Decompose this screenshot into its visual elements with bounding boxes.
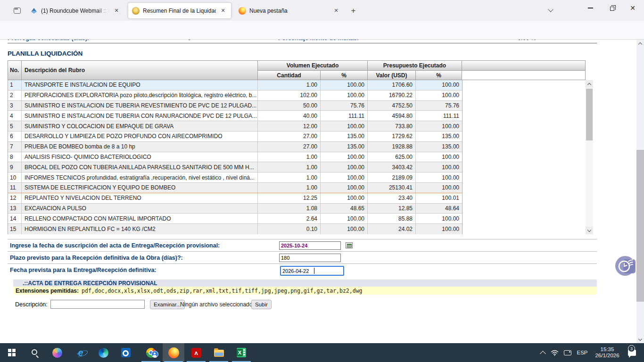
no-file-selected-text: Ningún archivo seleccionado. <box>180 301 254 308</box>
tab-resumen-liquidacion[interactable]: Resumen Final de la Liquidación ✕ <box>128 3 231 18</box>
window-restore-button[interactable] <box>602 0 622 16</box>
cell-pct-presupuesto: 75.76 <box>416 101 462 111</box>
calendar-icon[interactable] <box>346 242 353 248</box>
tray-clock[interactable]: 15:35 26/1/2026 <box>592 343 622 362</box>
acta-section-header: .::ACTA DE ENTREGA RECEPCIÓN PROVISIONAL <box>13 280 597 287</box>
cell-descripcion: RELLENO COMPACTADO CON MATERIAL IMPORTAD… <box>22 214 258 223</box>
taskbar-internet-explorer-button[interactable]: e <box>70 343 91 362</box>
cell-pct-presupuesto: 100.00 <box>416 152 462 162</box>
taskbar-outlook-button[interactable] <box>115 343 137 362</box>
cell-no: 3 <box>8 101 22 111</box>
page-scroll-up-icon[interactable] <box>636 40 644 47</box>
fecha-prevista-input[interactable] <box>280 266 344 276</box>
extensions-permitted-bar: Extensiones pemitidas: pdf,doc,docx,xls,… <box>13 287 597 295</box>
table-scrollbar-thumb[interactable] <box>586 89 593 140</box>
winged-clock-icon <box>615 256 635 276</box>
tab-close-icon[interactable]: ✕ <box>332 7 340 15</box>
cell-descripcion: PERFORACIONES EXPLORATORIA pozo piloto,d… <box>22 90 258 100</box>
excel-icon <box>237 348 246 357</box>
plazo-input[interactable] <box>279 254 341 262</box>
cell-pct-volumen: 100.00 <box>321 183 368 193</box>
cell-pct-volumen: 100.00 <box>321 162 368 172</box>
taskbar-file-explorer-button[interactable] <box>208 343 230 362</box>
firefox-icon <box>239 7 246 15</box>
table-row: 10 INFORMES TECNICOS profundidad, estrat… <box>8 173 462 183</box>
cell-pct-presupuesto: 135.00 <box>416 142 462 152</box>
cell-pct-presupuesto: 100.00 <box>416 90 462 100</box>
cast-monitor-icon <box>564 350 571 355</box>
page-scrollbar[interactable] <box>636 40 644 343</box>
table-scroll-down-icon[interactable] <box>586 227 593 234</box>
cell-valor-usd: 23.40 <box>368 193 416 203</box>
screen: (1) Roundcube Webmail :: Entra ✕ Resumen… <box>0 0 644 362</box>
window-minimize-button[interactable] <box>580 0 601 16</box>
cell-no: 7 <box>8 142 22 152</box>
copilot-icon <box>52 348 62 358</box>
tab-nueva-pestana[interactable]: Nueva pestaña ✕ <box>235 3 344 18</box>
descripcion-input[interactable] <box>50 300 145 309</box>
taskbar-copilot-button[interactable] <box>46 343 68 362</box>
tray-language-indicator[interactable]: ESP <box>574 343 590 362</box>
cell-no: 6 <box>8 132 22 141</box>
firefox-icon <box>168 347 179 358</box>
table-row: 7 PRUEBA DE BOMBEO bomba de 8 a 10 hp 27… <box>8 142 462 152</box>
file-explorer-icon <box>214 350 224 357</box>
cell-cantidad: 27.00 <box>258 142 321 152</box>
cell-descripcion: HORMIGON EN REPLANTILLO FC = 140 KG /CM2 <box>22 224 258 234</box>
taskbar-excel-button[interactable] <box>231 343 252 362</box>
cell-pct-presupuesto: 100.00 <box>416 214 462 223</box>
taskbar-chrome-button[interactable] <box>140 343 162 362</box>
table-row: 1 TRANSPORTE E INSTALACION DE EQUIPO 1.0… <box>8 80 462 90</box>
tab-roundcube[interactable]: (1) Roundcube Webmail :: Entra ✕ <box>26 3 124 18</box>
cell-cantidad: 27.00 <box>258 132 321 141</box>
floating-clock-widget[interactable] <box>615 256 635 276</box>
tray-notifications[interactable]: 3 <box>623 343 640 362</box>
tab-strip: (1) Roundcube Webmail :: Entra ✕ Resumen… <box>0 0 644 21</box>
taskbar-search-button[interactable] <box>23 343 44 362</box>
firefox-view-icon[interactable] <box>12 6 22 15</box>
cell-valor-usd: 625.00 <box>368 152 416 162</box>
window-close-button[interactable]: ✕ <box>622 0 643 16</box>
outlook-icon <box>121 348 131 357</box>
taskbar-firefox-button[interactable] <box>163 343 184 362</box>
cell-pct-volumen: 100.00 <box>321 80 368 90</box>
cell-no: 13 <box>8 204 22 214</box>
search-icon <box>32 349 37 355</box>
cell-pct-volumen: 111.11 <box>321 111 368 121</box>
table-row: 2 PERFORACIONES EXPLORATORIA pozo piloto… <box>8 90 462 101</box>
start-button[interactable] <box>1 343 23 362</box>
wifi-icon <box>551 350 559 356</box>
table-row: 12 REPLANTEO Y NIVELACION DEL TERRENO 12… <box>8 193 462 204</box>
new-tab-button[interactable]: + <box>347 5 359 16</box>
tray-show-hidden-icons[interactable] <box>537 343 548 362</box>
tab-title: (1) Roundcube Webmail :: Entra <box>41 8 109 14</box>
browse-file-button[interactable]: Examinar... <box>150 300 185 309</box>
cell-descripcion: SUMINISTRO Y COLOCACION DE EMPAQUE DE GR… <box>22 121 258 131</box>
tab-close-icon[interactable]: ✕ <box>219 7 227 15</box>
taskbar-edge-button[interactable] <box>92 343 114 362</box>
table-scrollbar[interactable] <box>586 80 593 234</box>
extensions-list: pdf,doc,docx,xls,xlsx,odt,ods,zip,rar,xm… <box>82 288 362 294</box>
prorrogas-label: Prorrogas concedidas (días): <box>8 40 89 41</box>
cell-valor-usd: 1706.60 <box>368 80 416 90</box>
upload-submit-button[interactable]: Subir <box>251 300 272 309</box>
fecha-suscripcion-input[interactable] <box>279 241 341 250</box>
cell-no: 10 <box>8 173 22 182</box>
page-scrollbar-thumb[interactable] <box>636 150 644 302</box>
header-pct-presupuesto: % <box>416 71 462 80</box>
header-volumen-ejecutado: Volumen Ejecutado <box>258 61 368 70</box>
taskbar-acrobat-button[interactable]: ʌ <box>185 343 207 362</box>
cell-valor-usd: 16790.22 <box>368 90 416 100</box>
cell-descripcion: INFORMES TECNICOS profundidad, estratigr… <box>22 173 258 182</box>
cell-descripcion: PRUEBA DE BOMBEO bomba de 8 a 10 hp <box>22 142 258 152</box>
cell-cantidad: 0.10 <box>258 224 321 234</box>
tray-time: 15:35 <box>595 346 619 353</box>
planilla-table-body: 1 TRANSPORTE E INSTALACION DE EQUIPO 1.0… <box>8 80 462 234</box>
page-scroll-down-icon[interactable] <box>636 336 644 343</box>
tray-wifi[interactable] <box>549 343 560 362</box>
tab-close-icon[interactable]: ✕ <box>112 7 121 15</box>
list-all-tabs-icon[interactable] <box>545 5 556 16</box>
table-scroll-up-icon[interactable] <box>586 80 593 88</box>
tray-meeting-device[interactable] <box>562 343 573 362</box>
cell-no: 15 <box>8 224 22 234</box>
